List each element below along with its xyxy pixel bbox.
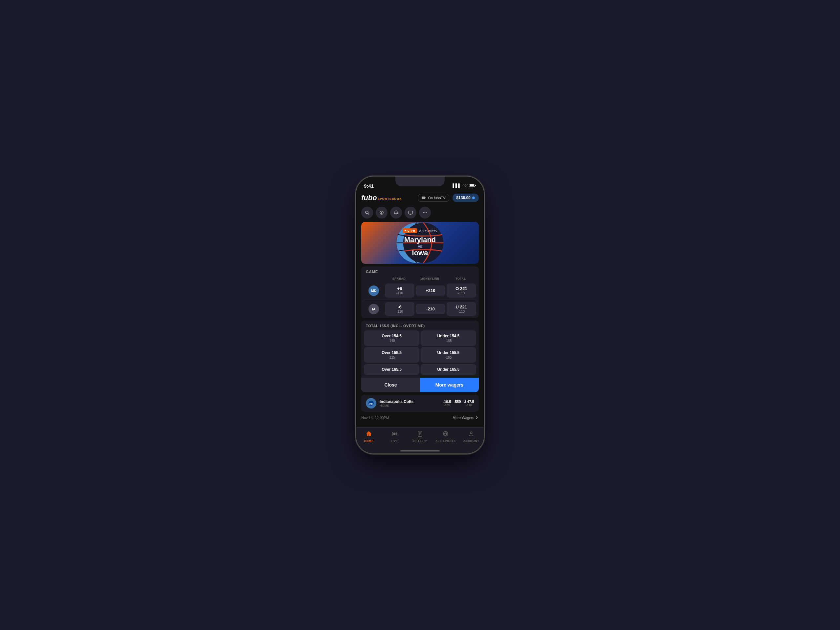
- nav-all-sports[interactable]: ALL SPORTS: [433, 431, 458, 443]
- svg-point-9: [382, 213, 382, 214]
- under-155-cell[interactable]: Under 155.5 -105: [421, 347, 476, 363]
- team-badge-ia: IA: [368, 304, 379, 314]
- ia-moneyline-cell[interactable]: -210: [416, 304, 445, 314]
- colts-spread: -10.5 -105: [443, 399, 451, 407]
- balance-amount: $130.00: [456, 196, 471, 200]
- balance-indicator: [472, 197, 475, 199]
- md-total-main: O 221: [448, 286, 475, 291]
- md-spread-main: +6: [386, 286, 413, 291]
- spread-header: SPREAD: [384, 277, 414, 280]
- odds-row-ia: IA -6 -110 -210 U 221 -110: [361, 300, 479, 318]
- under-154-main: Under 154.5: [423, 334, 474, 338]
- moneyline-header: MONEYLINE: [414, 277, 445, 280]
- date-text: Nov 14, 12:00PM: [361, 416, 389, 420]
- colts-moneyline: -550: [454, 399, 461, 407]
- ia-total-cell[interactable]: U 221 -110: [447, 302, 476, 316]
- header-right: On fuboTV $130.00: [418, 194, 479, 202]
- other-game-odds: -10.5 -105 -550 U 47.5 -110: [443, 399, 474, 407]
- tv-button[interactable]: [404, 207, 416, 218]
- wifi-icon: [463, 183, 467, 188]
- over-155-cell[interactable]: Over 155.5 -125: [364, 347, 419, 363]
- colts-total: U 47.5 -110: [464, 399, 474, 407]
- svg-point-28: [470, 432, 472, 434]
- nav-live-label: LIVE: [391, 439, 398, 443]
- totals-section: TOTAL 155.5 (INCL. OVERTIME) Over 154.5 …: [361, 321, 479, 378]
- other-game-row[interactable]: IND Indianapolis Colts HOME -10.5 -105 -…: [361, 395, 479, 412]
- navigation-button-1[interactable]: [376, 207, 387, 218]
- other-team-name: Indianapolis Colts: [380, 399, 439, 404]
- svg-line-6: [368, 214, 369, 215]
- md-moneyline-cell[interactable]: +210: [416, 286, 445, 296]
- logo-sportsbook: SPORTSBOOK: [378, 197, 402, 201]
- under-165-main: Under 165.5: [423, 367, 474, 372]
- md-spread-sub: -110: [386, 291, 413, 295]
- svg-point-15: [425, 212, 426, 213]
- phone-screen: 9:41 ▌▌▌ fubo: [356, 177, 484, 453]
- live-badge: LIVE: [403, 228, 417, 233]
- other-game-info: Indianapolis Colts HOME: [380, 399, 439, 407]
- md-spread-cell[interactable]: +6 -110: [385, 284, 414, 298]
- nav-betslip-label: BETSLIP: [413, 439, 427, 443]
- hero-vs: vs: [403, 244, 438, 249]
- nav-account[interactable]: ACCOUNT: [458, 431, 484, 443]
- fubotv-label: On fuboTV: [428, 196, 445, 200]
- over-165-cell[interactable]: Over 165.5: [364, 364, 419, 375]
- odds-header: SPREAD MONEYLINE TOTAL: [361, 276, 479, 281]
- more-wagers-button[interactable]: More wagers: [420, 378, 479, 392]
- all-sports-icon: [443, 431, 448, 438]
- phone-frame: 9:41 ▌▌▌ fubo: [356, 177, 484, 453]
- nav-home[interactable]: HOME: [356, 431, 382, 443]
- more-wagers-link[interactable]: More Wagers: [453, 416, 479, 420]
- nav-live[interactable]: LIVE: [382, 431, 407, 443]
- odds-row-md: MD +6 -110 +210 O 221 -110: [361, 281, 479, 300]
- notification-button[interactable]: [390, 207, 402, 218]
- svg-rect-2: [470, 185, 474, 186]
- colts-logo: IND: [366, 398, 376, 409]
- on-fubotv-label: ON FUBOTV: [419, 230, 438, 233]
- svg-point-14: [423, 212, 424, 213]
- totals-grid: Over 154.5 -140 Under 154.5 -105 Over 15…: [361, 330, 479, 378]
- team-badge-md: MD: [368, 286, 379, 296]
- svg-point-21: [393, 433, 395, 435]
- hero-banner[interactable]: LIVE ON FUBOTV Maryland vs Iowa: [361, 222, 479, 264]
- date-row: Nov 14, 12:00PM More Wagers: [361, 414, 479, 421]
- svg-point-16: [426, 212, 427, 213]
- close-button[interactable]: Close: [361, 378, 420, 392]
- over-155-main: Over 155.5: [366, 351, 417, 355]
- signal-icon: ▌▌▌: [453, 183, 461, 188]
- search-button[interactable]: [361, 207, 373, 218]
- more-button[interactable]: [419, 207, 431, 218]
- over-165-main: Over 165.5: [366, 367, 417, 372]
- hero-content: LIVE ON FUBOTV Maryland vs Iowa: [403, 228, 438, 257]
- totals-label: TOTAL 155.5 (INCL. OVERTIME): [361, 321, 479, 330]
- battery-icon: [469, 183, 476, 188]
- over-154-main: Over 154.5: [366, 334, 417, 338]
- search-row: [356, 205, 484, 221]
- status-time: 9:41: [364, 183, 374, 189]
- nav-home-label: HOME: [364, 439, 374, 443]
- hero-team1: Maryland: [403, 235, 438, 244]
- over-154-cell[interactable]: Over 154.5 -140: [364, 330, 419, 346]
- total-header: TOTAL: [445, 277, 476, 280]
- hero-team2: Iowa: [403, 249, 438, 257]
- ia-total-main: U 221: [448, 305, 475, 309]
- svg-point-5: [366, 211, 368, 214]
- ia-total-sub: -110: [448, 310, 475, 313]
- logo-area: fubo SPORTSBOOK: [361, 194, 402, 202]
- md-total-cell[interactable]: O 221 -110: [447, 284, 476, 298]
- ia-spread-cell[interactable]: -6 -110: [385, 302, 414, 316]
- bottom-nav: HOME LIVE: [356, 427, 484, 453]
- account-icon: [468, 431, 474, 438]
- app-header: fubo SPORTSBOOK On fuboTV $130.00: [356, 191, 484, 205]
- fubotv-button[interactable]: On fuboTV: [418, 194, 449, 202]
- md-total-sub: -110: [448, 291, 475, 295]
- nav-betslip[interactable]: BETSLIP: [407, 431, 433, 443]
- over-155-sub: -125: [366, 356, 417, 359]
- under-155-main: Under 155.5: [423, 351, 474, 355]
- under-154-cell[interactable]: Under 154.5 -105: [421, 330, 476, 346]
- under-165-cell[interactable]: Under 165.5: [421, 364, 476, 375]
- svg-rect-11: [409, 211, 412, 214]
- live-icon: [392, 431, 397, 438]
- game-label: GAME: [361, 267, 479, 276]
- balance-button[interactable]: $130.00: [453, 194, 479, 202]
